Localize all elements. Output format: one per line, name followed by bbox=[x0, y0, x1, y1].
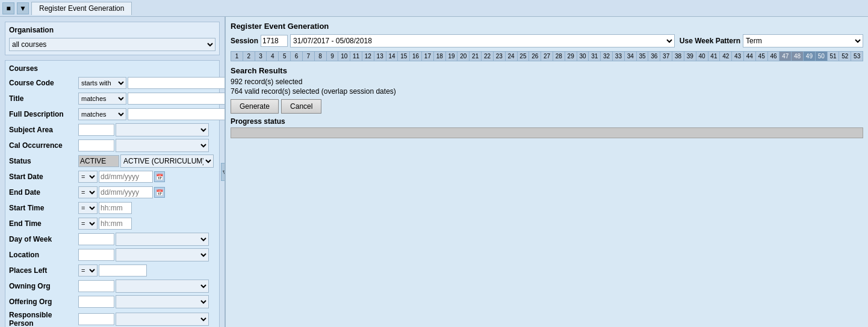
week-cell-37[interactable]: 37 bbox=[660, 52, 672, 61]
week-cell-26[interactable]: 26 bbox=[529, 52, 541, 61]
end-time-operator[interactable]: =<> bbox=[78, 218, 98, 230]
week-cell-13[interactable]: 13 bbox=[374, 52, 386, 61]
week-cell-15[interactable]: 15 bbox=[398, 52, 410, 61]
week-cell-8[interactable]: 8 bbox=[315, 52, 327, 61]
week-cell-10[interactable]: 10 bbox=[338, 52, 350, 61]
start-date-input[interactable] bbox=[99, 171, 153, 183]
week-cell-6[interactable]: 6 bbox=[291, 52, 303, 61]
week-cell-39[interactable]: 39 bbox=[684, 52, 696, 61]
week-cell-53[interactable]: 53 bbox=[851, 52, 863, 61]
week-cell-40[interactable]: 40 bbox=[696, 52, 708, 61]
course-code-operator[interactable]: starts with matches contains bbox=[78, 77, 126, 89]
week-cell-43[interactable]: 43 bbox=[732, 52, 744, 61]
cal-occurrence-dropdown[interactable] bbox=[116, 139, 209, 152]
week-cell-24[interactable]: 24 bbox=[506, 52, 518, 61]
week-cell-49[interactable]: 49 bbox=[804, 52, 816, 61]
cancel-button[interactable]: Cancel bbox=[281, 99, 321, 114]
week-cell-41[interactable]: 41 bbox=[708, 52, 721, 61]
start-date-operator[interactable]: =<> bbox=[78, 171, 98, 183]
title-input[interactable] bbox=[128, 93, 226, 105]
week-cell-42[interactable]: 42 bbox=[720, 52, 732, 61]
week-cell-44[interactable]: 44 bbox=[744, 52, 756, 61]
grid-icon[interactable]: ■ bbox=[2, 2, 14, 14]
week-cell-2[interactable]: 2 bbox=[243, 52, 255, 61]
week-cell-22[interactable]: 22 bbox=[482, 52, 494, 61]
week-cell-3[interactable]: 3 bbox=[255, 52, 267, 61]
week-cell-29[interactable]: 29 bbox=[565, 52, 577, 61]
start-time-label: Start Time bbox=[9, 204, 78, 212]
org-dropdown[interactable]: all courses bbox=[9, 38, 215, 51]
week-cell-21[interactable]: 21 bbox=[470, 52, 482, 61]
start-time-row: Start Time =<> bbox=[9, 201, 215, 215]
subject-area-input1[interactable] bbox=[78, 124, 114, 136]
week-cell-23[interactable]: 23 bbox=[494, 52, 506, 61]
full-desc-operator[interactable]: matches starts with contains bbox=[78, 108, 126, 120]
week-cell-32[interactable]: 32 bbox=[601, 52, 613, 61]
end-date-input[interactable] bbox=[99, 186, 153, 198]
week-pattern-select[interactable]: Term bbox=[743, 34, 863, 47]
places-left-operator[interactable]: =<> bbox=[78, 264, 98, 277]
end-date-operator[interactable]: =<> bbox=[78, 186, 98, 198]
location-input1[interactable] bbox=[78, 249, 114, 261]
responsible-person-dropdown[interactable] bbox=[116, 313, 209, 326]
week-cell-17[interactable]: 17 bbox=[422, 52, 434, 61]
week-cell-19[interactable]: 19 bbox=[446, 52, 458, 61]
offering-org-dropdown[interactable] bbox=[116, 295, 209, 308]
end-time-input[interactable] bbox=[99, 218, 132, 230]
offering-org-input1[interactable] bbox=[78, 296, 114, 308]
resize-handle[interactable]: ▿ bbox=[221, 163, 226, 181]
week-cell-47[interactable]: 47 bbox=[780, 52, 792, 61]
week-cell-18[interactable]: 18 bbox=[434, 52, 446, 61]
week-cell-27[interactable]: 27 bbox=[541, 52, 553, 61]
full-desc-input[interactable] bbox=[128, 108, 226, 120]
week-cell-5[interactable]: 5 bbox=[279, 52, 291, 61]
week-cell-4[interactable]: 4 bbox=[267, 52, 279, 61]
owning-org-input1[interactable] bbox=[78, 280, 114, 292]
week-cell-38[interactable]: 38 bbox=[672, 52, 684, 61]
week-cell-30[interactable]: 30 bbox=[577, 52, 589, 61]
main-tab[interactable]: Register Event Generation bbox=[31, 2, 132, 15]
dropdown-icon[interactable]: ▼ bbox=[17, 2, 29, 14]
owning-org-dropdown[interactable] bbox=[116, 280, 209, 293]
week-cell-31[interactable]: 31 bbox=[589, 52, 601, 61]
week-cell-34[interactable]: 34 bbox=[625, 52, 637, 61]
places-left-input[interactable] bbox=[99, 264, 147, 277]
week-cell-35[interactable]: 35 bbox=[637, 52, 649, 61]
status-input1[interactable] bbox=[78, 155, 119, 167]
week-cell-7[interactable]: 7 bbox=[303, 52, 315, 61]
week-cell-46[interactable]: 46 bbox=[768, 52, 780, 61]
end-date-calendar-icon[interactable]: 📅 bbox=[154, 187, 165, 198]
day-of-week-dropdown[interactable] bbox=[116, 233, 209, 246]
week-cell-1[interactable]: 1 bbox=[231, 52, 243, 61]
title-operator[interactable]: matches starts with contains bbox=[78, 93, 126, 105]
cal-occurrence-input1[interactable] bbox=[78, 139, 114, 151]
start-time-input[interactable] bbox=[99, 202, 132, 214]
week-cell-12[interactable]: 12 bbox=[362, 52, 374, 61]
week-cell-52[interactable]: 52 bbox=[839, 52, 851, 61]
week-cell-14[interactable]: 14 bbox=[386, 52, 398, 61]
responsible-person-input1[interactable] bbox=[78, 313, 114, 325]
start-date-calendar-icon[interactable]: 📅 bbox=[154, 171, 165, 182]
day-of-week-input1[interactable] bbox=[78, 233, 114, 245]
week-cell-16[interactable]: 16 bbox=[410, 52, 422, 61]
generate-button[interactable]: Generate bbox=[231, 99, 279, 114]
week-cell-33[interactable]: 33 bbox=[613, 52, 625, 61]
start-time-operator[interactable]: =<> bbox=[78, 202, 98, 214]
week-cell-50[interactable]: 50 bbox=[816, 52, 828, 61]
session-date-select[interactable]: 31/07/2017 - 05/08/2018 bbox=[290, 34, 675, 47]
course-code-input[interactable] bbox=[128, 77, 226, 89]
week-cell-28[interactable]: 28 bbox=[553, 52, 565, 61]
week-cell-9[interactable]: 9 bbox=[327, 52, 339, 61]
week-cell-25[interactable]: 25 bbox=[518, 52, 530, 61]
week-cell-48[interactable]: 48 bbox=[792, 52, 804, 61]
week-cell-20[interactable]: 20 bbox=[457, 52, 470, 61]
day-of-week-label: Day of Week bbox=[9, 235, 78, 243]
status-dropdown[interactable]: ACTIVE (CURRICULUM) bbox=[120, 154, 214, 168]
subject-area-dropdown[interactable] bbox=[116, 123, 209, 136]
week-cell-51[interactable]: 51 bbox=[828, 52, 840, 61]
week-cell-45[interactable]: 45 bbox=[756, 52, 768, 61]
week-cell-36[interactable]: 36 bbox=[648, 52, 660, 61]
location-dropdown[interactable] bbox=[116, 248, 209, 261]
week-cell-11[interactable]: 11 bbox=[350, 52, 362, 61]
session-input[interactable] bbox=[261, 35, 288, 47]
